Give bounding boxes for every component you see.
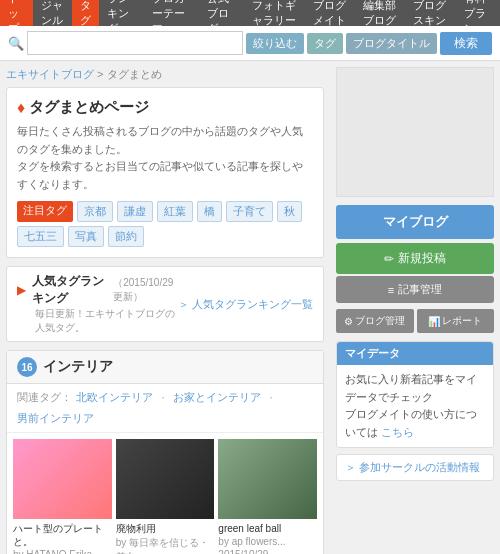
section-interior-grid: ハート型のプレートと。 by HATANO Erika. 2015/10/29 …: [7, 433, 323, 554]
card-interior-3: green leaf ball by ap flowers... 2015/10…: [218, 439, 317, 554]
popular-tags-date: （2015/10/29 更新）: [113, 276, 178, 304]
related-tag-label: 関連タグ：: [17, 390, 72, 407]
breadcrumb: エキサイトブログ > タグまとめ: [6, 67, 324, 82]
tag-koyo[interactable]: 紅葉: [157, 201, 193, 222]
chart-icon: 📊: [428, 316, 440, 327]
new-post-button[interactable]: ✏ 新規投稿: [336, 243, 494, 274]
blog-manage-button[interactable]: ⚙ ブログ管理: [336, 309, 414, 333]
tag-summary-description: 毎日たくさん投稿されるブログの中から話題のタグや人気のタグを集めました。 タグを…: [17, 123, 313, 193]
tag-list: 注目タグ 京都 謙虚 紅葉 橋 子育て 秋 七五三 写真 節約: [17, 201, 313, 247]
card-interior-2: 廃物利用 by 毎日幸を信じる・前向… 2015/10/29: [116, 439, 215, 554]
card-interior-3-date: 2015/10/29: [218, 549, 317, 554]
card-interior-3-title[interactable]: green leaf ball: [218, 522, 317, 535]
tag-bullet-icon: ♦: [17, 99, 25, 117]
nav-item-genre[interactable]: ジャンル: [33, 0, 72, 26]
card-interior-1-thumb: [13, 439, 112, 519]
blog-manage-label: ブログ管理: [355, 314, 405, 328]
new-post-label: 新規投稿: [398, 250, 446, 267]
card-interior-3-thumb: [218, 439, 317, 519]
my-data-header: マイデータ: [337, 342, 493, 365]
blog-title-button[interactable]: ブログタイトル: [346, 33, 437, 54]
tag-kenkyou[interactable]: 謙虚: [117, 201, 153, 222]
nav-item-paid[interactable]: 有料プラン: [456, 0, 500, 26]
nav-item-blogger-theme[interactable]: ブロガーテーマ: [144, 0, 200, 26]
search-button[interactable]: 検索: [440, 32, 492, 55]
my-data-body: お気に入り新着記事をマイデータでチェックブログメイトの使い方については こちら: [337, 365, 493, 447]
card-interior-2-author: by 毎日幸を信じる・前向…: [116, 536, 215, 554]
card-interior-3-author: by ap flowers...: [218, 536, 317, 547]
tag-kosodate[interactable]: 子育て: [226, 201, 273, 222]
nav-item-tag[interactable]: タグ: [72, 0, 99, 26]
nav-item-ranking[interactable]: ランキング: [99, 0, 143, 26]
tag-kyoto[interactable]: 京都: [77, 201, 113, 222]
tag-setsuyaku[interactable]: 節約: [108, 226, 144, 247]
my-data-section: マイデータ お気に入り新着記事をマイデータでチェックブログメイトの使い方について…: [336, 341, 494, 448]
section-interior-related-tags: 関連タグ： 北欧インテリア ・ お家とインテリア ・ 男前インテリア: [7, 384, 323, 433]
related-tag-2[interactable]: お家とインテリア: [173, 390, 261, 407]
section-interior: 16 インテリア 関連タグ： 北欧インテリア ・ お家とインテリア ・ 男前イン…: [6, 350, 324, 554]
section-interior-title[interactable]: インテリア: [43, 358, 113, 376]
blog-report-row: ⚙ ブログ管理 📊 レポート: [336, 309, 494, 333]
popular-tags-box: ▶ 人気タグランキング （2015/10/29 更新） 毎日更新！エキサイトブロ…: [6, 266, 324, 342]
nav-item-editor-blog[interactable]: 編集部ブログ: [355, 0, 405, 26]
nav-item-skin[interactable]: ブログスキン: [405, 0, 455, 26]
gear-icon: ⚙: [344, 316, 353, 327]
breadcrumb-current: タグまとめ: [107, 68, 162, 80]
tag-hashi[interactable]: 橋: [197, 201, 222, 222]
circle-info-box: ＞ 参加サークルの活動情報: [336, 454, 494, 481]
list-icon: ≡: [388, 284, 394, 296]
popular-tags-title: 人気タグランキング: [32, 273, 107, 307]
tag-aki[interactable]: 秋: [277, 201, 302, 222]
ad-box: [336, 67, 494, 197]
section-interior-header: 16 インテリア: [7, 351, 323, 384]
report-label: レポート: [442, 314, 482, 328]
nav-item-official-blog[interactable]: 公式ブログ: [199, 0, 243, 26]
card-interior-1-title[interactable]: ハート型のプレートと。: [13, 522, 112, 548]
search-bar: 🔍 絞り込む タグ ブログタイトル 検索: [0, 26, 500, 61]
nav-item-blogmate[interactable]: ブログメイト: [305, 0, 355, 26]
popular-tags-left: ▶ 人気タグランキング （2015/10/29 更新） 毎日更新！エキサイトブロ…: [17, 273, 178, 335]
breadcrumb-parent[interactable]: エキサイトブログ: [6, 68, 94, 80]
tag-summary-box: ♦ タグまとめページ 毎日たくさん投稿されるブログの中から話題のタグや人気のタグ…: [6, 87, 324, 258]
search-icon: 🔍: [8, 36, 24, 51]
article-manage-label: 記事管理: [398, 282, 442, 297]
tag-shashin[interactable]: 写真: [68, 226, 104, 247]
tag-button[interactable]: タグ: [307, 33, 343, 54]
nav-item-top[interactable]: トップ: [0, 0, 33, 26]
my-blog-button[interactable]: マイブログ: [336, 205, 494, 239]
tag-753[interactable]: 七五三: [17, 226, 64, 247]
popular-tags-arrow: ▶: [17, 283, 26, 297]
hot-tag-label: 注目タグ: [17, 201, 73, 222]
related-tag-sep1: ・: [157, 390, 169, 407]
breadcrumb-separator: >: [97, 68, 106, 80]
article-manage-button[interactable]: ≡ 記事管理: [336, 276, 494, 303]
report-button[interactable]: 📊 レポート: [417, 309, 495, 333]
related-tag-1[interactable]: 北欧インテリア: [76, 390, 153, 407]
card-interior-1-author: by HATANO Erika.: [13, 549, 112, 554]
pencil-icon: ✏: [384, 252, 394, 266]
related-tag-sep2: ・: [265, 390, 277, 407]
circle-info-title[interactable]: ＞ 参加サークルの活動情報: [345, 460, 485, 475]
card-interior-2-thumb: [116, 439, 215, 519]
search-input[interactable]: [27, 31, 243, 55]
section-interior-rank-badge: 16: [17, 357, 37, 377]
card-interior-1: ハート型のプレートと。 by HATANO Erika. 2015/10/29: [13, 439, 112, 554]
my-data-link[interactable]: こちら: [381, 426, 414, 438]
filter-button[interactable]: 絞り込む: [246, 33, 304, 54]
tag-summary-title: ♦ タグまとめページ: [17, 98, 313, 117]
popular-tags-sub: 毎日更新！エキサイトブログの人気タグ。: [35, 307, 178, 335]
card-interior-2-title[interactable]: 廃物利用: [116, 522, 215, 535]
nav-item-photo[interactable]: フォトギャラリー: [244, 0, 305, 26]
popular-tags-link[interactable]: ＞ 人気タグランキング一覧: [178, 297, 313, 312]
related-tag-3[interactable]: 男前インテリア: [17, 411, 94, 426]
top-nav: トップ ジャンル タグ ランキング ブロガーテーマ 公式ブログ フォトギャラリー…: [0, 0, 500, 26]
